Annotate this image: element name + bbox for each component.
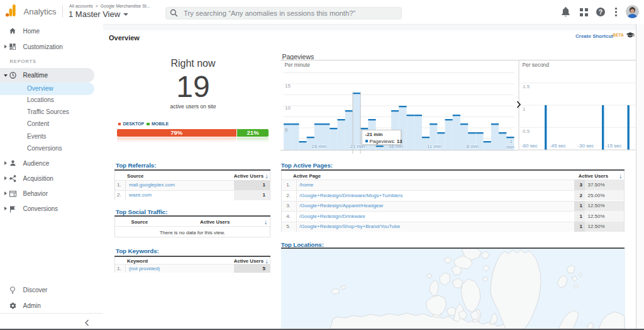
svg-text:min: min bbox=[506, 144, 514, 150]
svg-text:?: ? bbox=[599, 8, 602, 16]
svg-text:1.5: 1.5 bbox=[523, 84, 530, 89]
svg-text:0.5: 0.5 bbox=[523, 128, 530, 134]
svg-text:-11 min: -11 min bbox=[426, 144, 441, 149]
svg-text:-60 sec: -60 sec bbox=[521, 143, 538, 149]
svg-text:1: 1 bbox=[523, 106, 526, 112]
svg-text:-26 min: -26 min bbox=[310, 144, 326, 149]
svg-text:-30 sec: -30 sec bbox=[578, 143, 594, 149]
svg-text:15: 15 bbox=[285, 83, 291, 89]
svg-text:10: 10 bbox=[285, 105, 291, 111]
svg-text:-1: -1 bbox=[508, 139, 513, 144]
svg-text:-15 sec: -15 sec bbox=[606, 143, 622, 149]
svg-text:5: 5 bbox=[285, 127, 288, 133]
svg-text:-45 sec: -45 sec bbox=[550, 143, 566, 149]
svg-text:-6 min: -6 min bbox=[465, 144, 479, 149]
